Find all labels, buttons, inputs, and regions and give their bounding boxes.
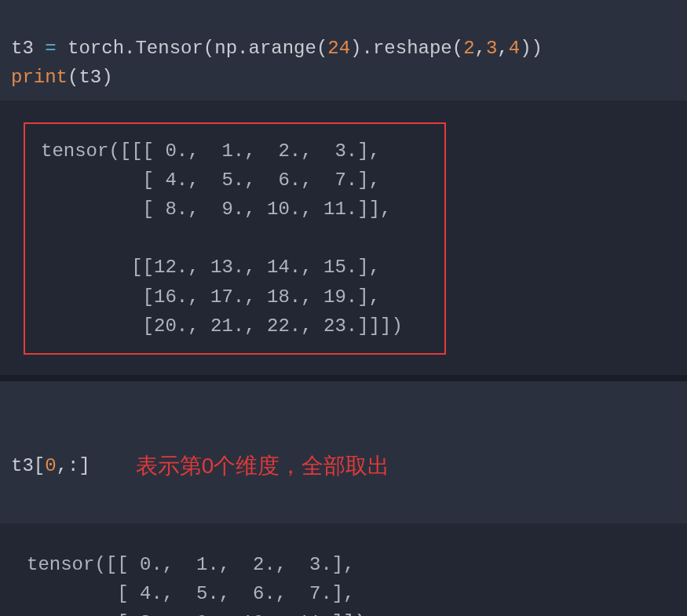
annotation-text: 表示第0个维度，全部取出 [136, 449, 390, 483]
code-expr: t3[0,:] [11, 451, 90, 480]
code-cell-2: t3[0,:] 表示第0个维度，全部取出 [0, 381, 687, 523]
highlight-box: tensor([[[ 0., 1., 2., 3.], [ 4., 5., 6.… [24, 122, 446, 355]
paren: ( [316, 38, 327, 59]
comma: , [497, 38, 508, 59]
paren: ( [68, 67, 79, 88]
paren: ( [452, 38, 463, 59]
paren: ) [350, 38, 361, 59]
number-0: 0 [45, 455, 56, 476]
identifier-t3: t3 [79, 67, 101, 88]
number-2: 2 [463, 38, 474, 59]
tensor-output-1: tensor([[[ 0., 1., 2., 3.], [ 4., 5., 6.… [41, 137, 429, 341]
code-line-1: t3 = torch.Tensor(np.arange(24).reshape(… [11, 38, 543, 59]
bracket: ,:] [57, 455, 90, 476]
identifier-t3: t3 [11, 455, 34, 476]
call-print: print [11, 67, 68, 88]
call-torch-tensor: torch.Tensor [68, 38, 203, 59]
output-cell-1: tensor([[[ 0., 1., 2., 3.], [ 4., 5., 6.… [0, 100, 687, 375]
identifier-t3: t3 [11, 38, 34, 59]
code-line-with-annotation: t3[0,:] 表示第0个维度，全部取出 [11, 449, 676, 483]
number-24: 24 [327, 38, 350, 59]
operator-assign: = [34, 38, 68, 59]
code-cell-1: t3 = torch.Tensor(np.arange(24).reshape(… [0, 0, 687, 100]
code-line-2: print(t3) [11, 67, 113, 88]
comma: , [475, 38, 486, 59]
tensor-output-2: tensor([[ 0., 1., 2., 3.], [ 4., 5., 6.,… [13, 550, 674, 616]
cell-divider [0, 375, 687, 381]
number-4: 4 [509, 38, 520, 59]
number-3: 3 [486, 38, 497, 59]
call-reshape: .reshape [362, 38, 452, 59]
output-cell-2: tensor([[ 0., 1., 2., 3.], [ 4., 5., 6.,… [0, 523, 687, 616]
call-np-arange: np.arange [214, 38, 316, 59]
paren: ( [203, 38, 214, 59]
paren: ) [101, 67, 112, 88]
paren: )) [520, 38, 543, 59]
bracket: [ [34, 455, 45, 476]
